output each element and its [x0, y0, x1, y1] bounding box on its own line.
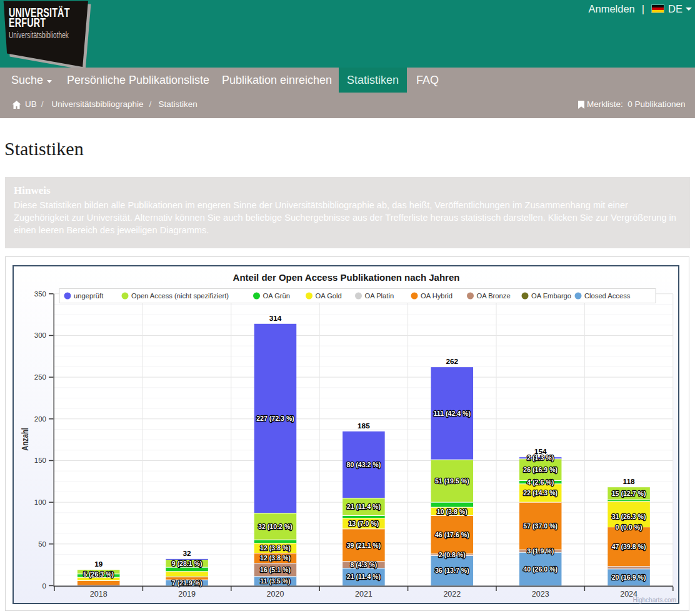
svg-text:OA Hybrid: OA Hybrid — [421, 292, 452, 300]
svg-text:21 (11.4 %): 21 (11.4 %) — [347, 503, 381, 510]
svg-text:8 (4.3 %): 8 (4.3 %) — [350, 561, 377, 568]
svg-text:227 (72.3 %): 227 (72.3 %) — [256, 415, 294, 422]
svg-text:40 (26.0 %): 40 (26.0 %) — [523, 565, 558, 573]
svg-text:Closed Access: Closed Access — [584, 292, 631, 300]
svg-text:22 (14.3 %): 22 (14.3 %) — [523, 489, 558, 497]
svg-text:2023: 2023 — [532, 590, 549, 598]
svg-text:300: 300 — [34, 331, 46, 339]
svg-text:4 (2.6 %): 4 (2.6 %) — [527, 478, 554, 486]
svg-text:OA Grün: OA Grün — [263, 292, 291, 300]
svg-text:111 (42.4 %): 111 (42.4 %) — [434, 410, 471, 417]
svg-text:46 (17.6 %): 46 (17.6 %) — [435, 531, 469, 538]
svg-text:47 (39.8 %): 47 (39.8 %) — [612, 543, 646, 550]
svg-text:Open Access (nicht spezifizier: Open Access (nicht spezifiziert) — [131, 292, 229, 300]
svg-text:150: 150 — [34, 457, 46, 464]
svg-text:ungeprüft: ungeprüft — [74, 292, 104, 300]
svg-text:100: 100 — [34, 498, 46, 506]
svg-text:26 (16.9 %): 26 (16.9 %) — [523, 466, 558, 473]
svg-text:5 (26.3 %): 5 (26.3 %) — [83, 570, 114, 578]
svg-text:OA Bronze: OA Bronze — [477, 292, 511, 300]
svg-text:200: 200 — [34, 415, 46, 423]
svg-text:11 (3.5 %): 11 (3.5 %) — [260, 577, 290, 585]
svg-text:32: 32 — [183, 549, 192, 558]
svg-text:2 (0.8 %): 2 (0.8 %) — [439, 551, 466, 558]
svg-text:2020: 2020 — [267, 590, 284, 598]
svg-text:80 (43.2 %): 80 (43.2 %) — [347, 461, 381, 468]
svg-text:0: 0 — [42, 582, 46, 590]
svg-text:OA Embargo: OA Embargo — [531, 292, 571, 300]
svg-text:3 (1.9 %): 3 (1.9 %) — [527, 547, 554, 555]
svg-text:12 (3.8 %): 12 (3.8 %) — [260, 544, 291, 552]
svg-text:13 (7.0 %): 13 (7.0 %) — [348, 520, 379, 527]
svg-text:20 (16.9 %): 20 (16.9 %) — [612, 573, 646, 581]
svg-text:154: 154 — [534, 447, 547, 456]
svg-text:Highcharts.com: Highcharts.com — [633, 597, 676, 603]
svg-text:OA Gold: OA Gold — [316, 292, 342, 300]
svg-text:50: 50 — [38, 540, 46, 548]
svg-text:19: 19 — [94, 560, 103, 568]
svg-text:350: 350 — [34, 290, 46, 298]
svg-text:262: 262 — [446, 357, 458, 366]
svg-text:OA Platin: OA Platin — [365, 292, 394, 300]
svg-text:15 (12.7 %): 15 (12.7 %) — [612, 490, 646, 497]
svg-text:9 (28.1 %): 9 (28.1 %) — [172, 560, 202, 567]
svg-text:2022: 2022 — [443, 590, 461, 598]
svg-text:0 (0.0 %): 0 (0.0 %) — [616, 523, 642, 531]
svg-text:10 (3.8 %): 10 (3.8 %) — [437, 508, 468, 515]
svg-text:Anzahl: Anzahl — [21, 428, 30, 451]
svg-text:39 (21.1 %): 39 (21.1 %) — [347, 542, 381, 549]
svg-text:2021: 2021 — [355, 590, 372, 598]
svg-text:314: 314 — [269, 314, 282, 323]
svg-text:250: 250 — [34, 373, 46, 381]
svg-text:16 (5.1 %): 16 (5.1 %) — [260, 566, 291, 573]
svg-text:7 (21.9 %): 7 (21.9 %) — [172, 579, 202, 587]
svg-text:32 (10.2 %): 32 (10.2 %) — [258, 523, 292, 530]
svg-text:185: 185 — [358, 422, 370, 430]
svg-text:21 (11.4 %): 21 (11.4 %) — [347, 573, 381, 580]
svg-text:Anteil der Open Access Publika: Anteil der Open Access Publikationen nac… — [233, 272, 460, 283]
svg-text:2019: 2019 — [178, 590, 196, 598]
svg-text:36 (13.7 %): 36 (13.7 %) — [435, 567, 469, 574]
svg-text:12 (3.8 %): 12 (3.8 %) — [260, 554, 291, 562]
svg-text:118: 118 — [623, 477, 635, 486]
svg-text:51 (19.5 %): 51 (19.5 %) — [435, 477, 469, 485]
svg-text:31 (26.3 %): 31 (26.3 %) — [612, 513, 646, 520]
svg-text:2018: 2018 — [90, 590, 108, 598]
svg-text:57 (37.0 %): 57 (37.0 %) — [523, 522, 558, 530]
